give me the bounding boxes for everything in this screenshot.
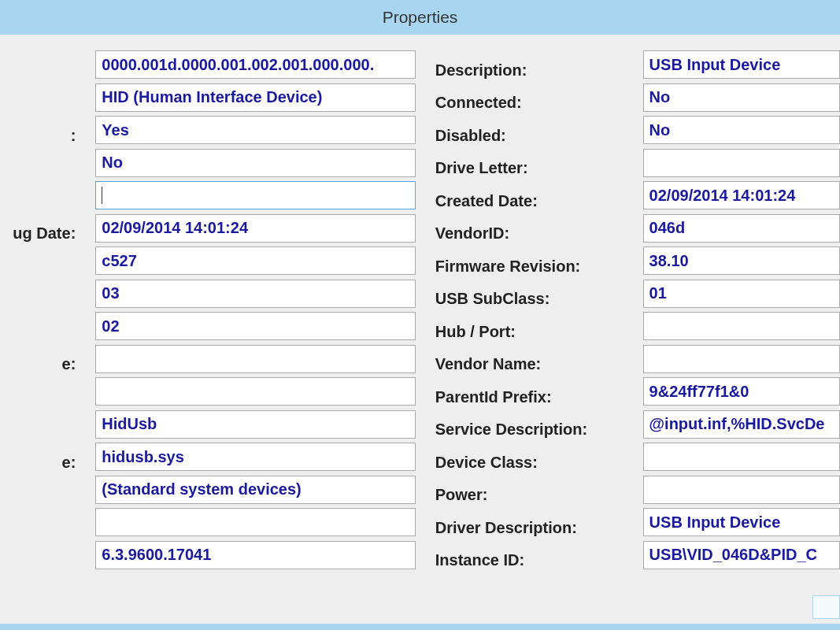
properties-content: : ug Date: e: e: 0000.001d.0000.001.002.… — [0, 35, 840, 575]
field-power[interactable] — [643, 476, 840, 504]
label-firmware-revision: Firmware Revision: — [435, 252, 624, 280]
field-driver-description[interactable]: USB Input Device — [643, 508, 840, 536]
field-left-7[interactable]: 03 — [95, 280, 415, 308]
field-device-class[interactable] — [643, 443, 840, 471]
left-label-2: : — [0, 121, 76, 150]
left-label-14 — [0, 513, 76, 542]
label-power: Power: — [435, 481, 624, 510]
field-left-11[interactable]: HidUsb — [95, 410, 415, 439]
field-vendor-id[interactable]: 046d — [643, 214, 840, 243]
field-left-6[interactable]: c527 — [95, 246, 415, 275]
window-titlebar: Properties — [0, 0, 840, 35]
field-left-2[interactable]: Yes — [95, 116, 415, 144]
field-parentid-prefix[interactable]: 9&24ff77f1&0 — [643, 377, 840, 406]
field-created-date[interactable]: 02/09/2014 14:01:24 — [643, 181, 840, 209]
field-description[interactable]: USB Input Device — [643, 50, 840, 79]
field-left-9[interactable] — [95, 345, 415, 373]
field-drive-letter[interactable] — [643, 149, 840, 177]
left-label-0 — [0, 56, 76, 84]
label-connected: Connected: — [435, 89, 624, 117]
left-label-15 — [0, 547, 76, 575]
label-usb-subclass: USB SubClass: — [435, 285, 624, 313]
left-label-11 — [0, 416, 76, 444]
label-vendor-id: VendorID: — [435, 220, 624, 248]
label-device-class: Device Class: — [435, 448, 624, 476]
field-left-3[interactable]: No — [95, 149, 415, 177]
right-inputs-column: USB Input Device No No 02/09/2014 14:01:… — [643, 50, 840, 575]
field-left-1[interactable]: HID (Human Interface Device) — [95, 83, 415, 112]
field-service-description[interactable]: @input.inf,%HID.SvcDe — [643, 410, 840, 439]
left-label-13 — [0, 481, 76, 510]
dialog-button-partial[interactable] — [812, 595, 840, 619]
field-left-12[interactable]: hidusb.sys — [95, 443, 415, 471]
text-cursor — [102, 187, 102, 204]
field-left-13[interactable]: (Standard system devices) — [95, 476, 415, 504]
label-hub-port: Hub / Port: — [435, 317, 624, 346]
window-title: Properties — [383, 8, 458, 27]
left-label-1 — [0, 89, 76, 117]
label-driver-description: Driver Description: — [435, 513, 624, 542]
window-bottom-border — [0, 624, 840, 630]
left-label-5: ug Date: — [0, 220, 76, 248]
left-label-10 — [0, 383, 76, 411]
right-labels-column: Description: Connected: Disabled: Drive … — [435, 50, 624, 575]
left-label-8 — [0, 317, 76, 346]
field-left-4[interactable] — [95, 181, 415, 209]
field-vendor-name[interactable] — [643, 345, 840, 373]
field-left-5[interactable]: 02/09/2014 14:01:24 — [95, 214, 415, 243]
left-label-3 — [0, 154, 76, 183]
field-left-15[interactable]: 6.3.9600.17041 — [95, 541, 415, 569]
label-description: Description: — [435, 56, 624, 84]
left-label-9: e: — [0, 350, 76, 379]
left-label-4 — [0, 187, 76, 215]
field-firmware-revision[interactable]: 38.10 — [643, 246, 840, 275]
left-label-12: e: — [0, 448, 76, 476]
field-left-8[interactable]: 02 — [95, 312, 415, 340]
field-hub-port[interactable] — [643, 312, 840, 340]
label-vendor-name: Vendor Name: — [435, 350, 624, 379]
left-label-7 — [0, 285, 76, 313]
field-instance-id[interactable]: USB\VID_046D&PID_C — [643, 541, 840, 569]
left-label-6 — [0, 252, 76, 280]
field-left-10[interactable] — [95, 377, 415, 406]
field-disabled[interactable]: No — [643, 116, 840, 144]
field-left-14[interactable] — [95, 508, 415, 536]
left-inputs-column: 0000.001d.0000.001.002.001.000.000. HID … — [95, 50, 415, 575]
field-connected[interactable]: No — [643, 83, 840, 112]
left-labels-column: : ug Date: e: e: — [0, 50, 76, 575]
field-usb-subclass[interactable]: 01 — [643, 280, 840, 308]
label-created-date: Created Date: — [435, 187, 624, 215]
label-instance-id: Instance ID: — [435, 547, 624, 575]
field-left-0[interactable]: 0000.001d.0000.001.002.001.000.000. — [95, 50, 415, 79]
label-parentid-prefix: ParentId Prefix: — [435, 383, 624, 411]
label-drive-letter: Drive Letter: — [435, 154, 624, 183]
label-disabled: Disabled: — [435, 121, 624, 150]
label-service-description: Service Description: — [435, 416, 624, 444]
